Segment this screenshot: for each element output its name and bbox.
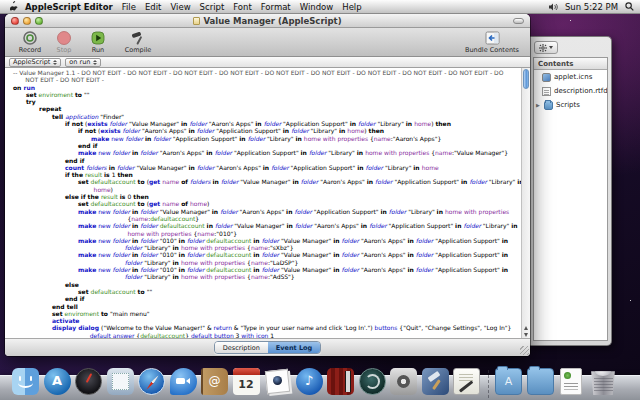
dock-dashboard[interactable]	[75, 368, 102, 395]
dock-trash[interactable]	[590, 368, 617, 395]
run-button[interactable]: Run	[81, 30, 115, 54]
dock-itunes[interactable]: ♪	[296, 368, 323, 395]
menu-help[interactable]: Help	[342, 2, 361, 12]
dock-timemachine[interactable]	[359, 368, 386, 395]
rtfd-file-icon	[542, 87, 551, 96]
dock-iphoto[interactable]	[264, 368, 291, 395]
tab-event-log[interactable]: Event Log	[268, 342, 320, 353]
address-book-icon: @	[201, 368, 228, 395]
handler-popup[interactable]: on run	[65, 58, 101, 67]
dock-mail[interactable]	[107, 368, 134, 395]
record-icon	[23, 30, 37, 46]
code-line: home with properties {name:"010"}	[5, 230, 521, 237]
dock-ichat[interactable]	[170, 368, 197, 395]
dock-xcode[interactable]	[422, 368, 449, 395]
dock-ical[interactable]: 12	[233, 368, 260, 395]
drawer-item-label: applet.icns	[554, 73, 592, 81]
code-line: -- Value Manager 1.1 - DO NOT EDIT - DO …	[5, 69, 521, 76]
code-line: folder "Library" in home with properties…	[5, 273, 521, 280]
applications-folder-icon: A	[495, 368, 522, 395]
iphoto-icon	[264, 368, 291, 395]
vertical-scrollbar[interactable]	[521, 68, 530, 338]
navigation-bar: AppleScript on run	[5, 57, 530, 68]
chevron-down-icon	[549, 46, 553, 49]
documents-folder-icon	[527, 368, 554, 395]
drawer-item-scripts[interactable]: ▶Scripts	[534, 98, 607, 112]
code-line: folder "Library" in home with properties…	[5, 259, 521, 266]
window-proxy-icon[interactable]	[193, 17, 200, 25]
dock-docsfolder[interactable]	[527, 368, 554, 395]
code-line: NOT EDIT - DO NOT EDIT -	[5, 76, 521, 83]
disclosure-triangle-icon[interactable]: ▶	[536, 102, 541, 108]
applescript-editor-icon	[453, 368, 480, 395]
code-line: end if	[5, 142, 521, 149]
dock-photobooth[interactable]	[327, 368, 354, 395]
action-menu-button[interactable]	[534, 41, 558, 54]
photo-booth-icon	[327, 368, 354, 395]
spotlight-icon[interactable]	[625, 2, 634, 11]
dock-sysprefs[interactable]	[390, 368, 417, 395]
code-line: end tell	[5, 303, 521, 310]
resize-grip[interactable]	[520, 346, 529, 355]
code-line: set enviroment to "main menu"	[5, 310, 521, 317]
code-line: repeat	[5, 105, 521, 112]
popup-arrows-icon	[53, 60, 57, 65]
volume-icon[interactable]	[549, 3, 558, 11]
menu-font[interactable]: Font	[233, 2, 252, 12]
code-line: make new folder in folder "010" in folde…	[5, 237, 521, 244]
code-line: try	[5, 98, 521, 105]
code-line: make new folder in folder "010" in folde…	[5, 251, 521, 258]
code-line: make new folder in folder defaultaccount…	[5, 222, 521, 229]
dock-appstore[interactable]: A	[44, 368, 71, 395]
stop-button[interactable]: Stop	[47, 30, 81, 54]
scroll-down-arrow[interactable]	[524, 333, 528, 337]
tab-description[interactable]: Description	[215, 342, 268, 353]
title-bar[interactable]: Value Manager (AppleScript)	[5, 14, 530, 28]
drawer-item-applet-icns[interactable]: applet.icns	[534, 70, 607, 84]
apple-menu-icon[interactable]	[10, 1, 19, 12]
code-line: count folders in folder "Value Manager" …	[5, 164, 521, 171]
dock-ase[interactable]	[453, 368, 480, 395]
compile-button[interactable]: Compile	[121, 30, 155, 54]
code-line: activate	[5, 317, 521, 324]
time-machine-icon	[359, 368, 386, 395]
dashboard-icon	[75, 368, 102, 395]
bundle-contents-drawer: Contents applet.icnsdescription.rtfd▶Scr…	[530, 36, 612, 346]
scrollbar-thumb[interactable]	[523, 69, 529, 89]
language-popup[interactable]: AppleScript	[9, 58, 61, 67]
xcode-icon	[422, 368, 449, 395]
menu-view[interactable]: View	[170, 2, 190, 12]
dock-separator	[485, 368, 491, 395]
dock-appsfolder[interactable]: A	[495, 368, 522, 395]
active-app-name[interactable]: AppleScript Editor	[25, 2, 113, 12]
code-line: home)	[5, 186, 521, 193]
dock-safari[interactable]	[138, 368, 165, 395]
code-line: if not (exists folder "Value Manager" in…	[5, 120, 521, 127]
code-editor[interactable]: -- Value Manager 1.1 - DO NOT EDIT - DO …	[5, 68, 521, 338]
dock-addressbook[interactable]: @	[201, 368, 228, 395]
dock-document[interactable]	[558, 368, 585, 395]
code-line: folder "Library" in home with properties…	[5, 244, 521, 251]
menu-edit[interactable]: Edit	[145, 2, 161, 12]
dock-finder[interactable]	[12, 368, 39, 395]
record-button[interactable]: Record	[13, 30, 47, 54]
document-file-icon	[560, 368, 582, 395]
menu-file[interactable]: File	[122, 2, 136, 12]
code-line: end if	[5, 157, 521, 164]
toolbar-toggle-pill[interactable]	[513, 18, 524, 24]
menu-window[interactable]: Window	[300, 2, 334, 12]
code-line: make new folder in folder "Aaron's Apps"…	[5, 149, 521, 156]
drawer-item-description-rtfd[interactable]: description.rtfd	[534, 84, 607, 98]
bundle-contents-icon	[485, 30, 500, 46]
code-line: tell application "Finder"	[5, 113, 521, 120]
menu-script[interactable]: Script	[200, 2, 225, 12]
bundle-contents-button[interactable]: Bundle Contents	[462, 30, 522, 54]
scroll-up-arrow[interactable]	[524, 326, 528, 330]
compile-hammer-icon	[130, 30, 146, 46]
drawer-item-label: Scripts	[556, 101, 580, 109]
code-line: if not (exists folder "Aaron's Apps" in …	[5, 127, 521, 134]
menu-clock[interactable]: Sun 5:22 PM	[565, 2, 618, 12]
menu-format[interactable]: Format	[261, 2, 291, 12]
drawer-item-label: description.rtfd	[554, 87, 608, 95]
system-preferences-icon	[390, 368, 417, 395]
